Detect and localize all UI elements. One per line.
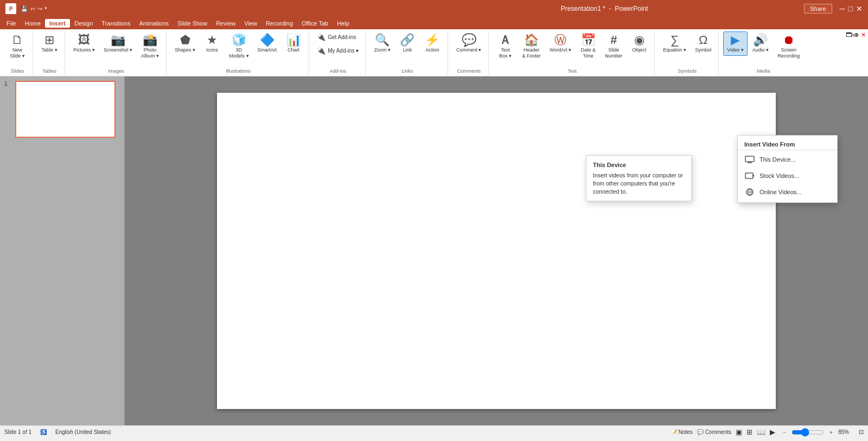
audio-button[interactable]: 🔊 Audio ▾	[749, 31, 773, 56]
ribbon-group-media: ▶ Video ▾ 🔊 Audio ▾ ⏺ ScreenRecording Me…	[720, 31, 807, 75]
status-right: 📝 Notes 💬 Comments ▣ ⊞ 📖 ▶ － ＋ 85% ⊡	[671, 428, 864, 437]
fit-slide-button[interactable]: ⊡	[859, 429, 864, 436]
title-bar-right: Share ─ □ ✕	[804, 4, 863, 14]
slide-thumbnail[interactable]	[15, 81, 116, 138]
menu-home[interactable]: Home	[21, 19, 45, 28]
normal-view-icon[interactable]: 🗖	[846, 31, 852, 39]
svg-rect-0	[745, 156, 754, 162]
wordart-icon: Ⓦ	[554, 34, 566, 46]
quick-access-save[interactable]: 💾	[21, 5, 28, 12]
images-items: 🖼 Pictures ▾ 📷 Screenshot ▾ 📸 PhotoAlbum…	[69, 31, 163, 67]
ribbon-group-slides: 🗋 NewSlide ▾ Slides	[2, 31, 33, 75]
zoom-level-label[interactable]: 85%	[838, 429, 854, 435]
menu-officetab[interactable]: Office Tab	[297, 19, 333, 28]
date-time-icon: 📅	[581, 34, 596, 46]
menu-review[interactable]: Review	[212, 19, 240, 28]
expand-view-icon[interactable]: ⊕	[854, 31, 859, 39]
shapes-button[interactable]: ⬟ Shapes ▾	[171, 31, 199, 56]
comments-group-label: Comments	[452, 67, 486, 75]
text-group-label: Text	[493, 67, 651, 75]
screenshot-button[interactable]: 📷 Screenshot ▾	[100, 31, 136, 56]
slide-sorter-button[interactable]: ⊞	[746, 428, 752, 436]
3d-models-button[interactable]: 🧊 3DModels ▾	[225, 31, 253, 62]
new-slide-button[interactable]: 🗋 NewSlide ▾	[5, 31, 29, 62]
dropdown-item-this-device[interactable]: This Device...	[738, 151, 837, 168]
notes-button[interactable]: 📝 Notes	[671, 429, 693, 435]
accessibility-icon[interactable]: ♿	[40, 429, 47, 435]
date-time-button[interactable]: 📅 Date &Time	[576, 31, 600, 62]
smartart-button[interactable]: 🔷 SmartArt	[254, 31, 281, 56]
screen-recording-button[interactable]: ⏺ ScreenRecording	[774, 31, 803, 62]
reading-view-button[interactable]: 📖	[757, 428, 765, 436]
equation-button[interactable]: ∑ Equation ▾	[659, 31, 690, 56]
close-button[interactable]: ✕	[856, 4, 863, 13]
pictures-button[interactable]: 🖼 Pictures ▾	[69, 31, 99, 56]
addins-items: 🔌 Get Add-ins 🔌 My Add-ins ▾	[314, 31, 362, 67]
restore-button[interactable]: □	[848, 4, 853, 13]
slideshow-button[interactable]: ▶	[770, 428, 775, 436]
share-button[interactable]: Share	[804, 4, 832, 14]
zoom-in-button[interactable]: ＋	[828, 429, 834, 436]
menu-slideshow[interactable]: Slide Show	[173, 19, 212, 28]
language-label[interactable]: English (United States)	[55, 429, 111, 435]
symbol-button[interactable]: Ω Symbol	[691, 31, 715, 56]
minimize-button[interactable]: ─	[840, 4, 845, 13]
main-area: This Device Insert videos from your comp…	[125, 76, 868, 425]
comments-button[interactable]: 💬 Comments	[697, 429, 731, 435]
zoom-button[interactable]: 🔍 Zoom ▾	[370, 31, 394, 56]
ribbon-group-links: 🔍 Zoom ▾ 🔗 Link ⚡ Action Links	[367, 31, 448, 75]
slide-number-button[interactable]: # SlideNumber	[601, 31, 626, 62]
video-button[interactable]: ▶ Video ▾	[723, 31, 747, 56]
comment-button[interactable]: 💬 Comment ▾	[452, 31, 486, 56]
addins-group-label: Add-ins	[314, 67, 362, 75]
title-bar-left: P 💾 ↩ ↪ ▾	[5, 3, 405, 14]
zoom-slider[interactable]	[792, 428, 824, 437]
title-bar: P 💾 ↩ ↪ ▾ Presentation1 * - PowerPoint S…	[0, 0, 868, 17]
get-addins-button[interactable]: 🔌 Get Add-ins	[314, 31, 359, 43]
status-bar: Slide 1 of 1 ♿ English (United States) 📝…	[0, 425, 868, 438]
menu-help[interactable]: Help	[333, 19, 354, 28]
header-footer-icon: 🏠	[524, 34, 539, 46]
slides-group-label: Slides	[5, 67, 29, 75]
header-footer-button[interactable]: 🏠 Header& Footer	[518, 31, 545, 62]
comment-icon: 💬	[462, 34, 476, 46]
chart-button[interactable]: 📊 Chart	[282, 31, 305, 56]
menu-design[interactable]: Design	[70, 19, 97, 28]
dropdown-item-online-videos[interactable]: Online Videos...	[738, 184, 837, 200]
menu-transitions[interactable]: Transitions	[97, 19, 135, 28]
zoom-out-button[interactable]: －	[782, 429, 787, 436]
slide-canvas[interactable]	[217, 93, 776, 409]
links-group-label: Links	[370, 67, 444, 75]
textbox-button[interactable]: Ａ TextBox ▾	[493, 31, 517, 62]
quick-access-undo[interactable]: ↩	[30, 5, 35, 12]
ribbon-group-symbols: ∑ Equation ▾ Ω Symbol Symbols	[656, 31, 719, 75]
link-button[interactable]: 🔗 Link	[395, 31, 419, 56]
icons-button[interactable]: ★ Icons	[200, 31, 224, 56]
ribbon-group-text: Ａ TextBox ▾ 🏠 Header& Footer Ⓦ WordArt ▾…	[490, 31, 655, 75]
app-logo: P	[5, 3, 16, 14]
quick-access-redo[interactable]: ↪	[37, 5, 42, 12]
media-group-label: Media	[723, 67, 803, 75]
symbols-items: ∑ Equation ▾ Ω Symbol	[659, 31, 715, 67]
menu-insert[interactable]: Insert	[45, 19, 70, 28]
quick-access-more[interactable]: ▾	[44, 5, 47, 12]
photo-album-button[interactable]: 📸 PhotoAlbum ▾	[137, 31, 163, 62]
menu-view[interactable]: View	[240, 19, 261, 28]
normal-view-button[interactable]: ▣	[736, 428, 742, 436]
video-icon: ▶	[731, 34, 740, 46]
my-addins-button[interactable]: 🔌 My Add-ins ▾	[314, 45, 362, 56]
new-slide-icon: 🗋	[11, 34, 23, 46]
close-ribbon-icon[interactable]: ✕	[861, 31, 866, 39]
dropdown-item-stock-videos[interactable]: Stock Videos...	[738, 168, 837, 184]
action-button[interactable]: ⚡ Action	[420, 31, 444, 56]
menu-recording[interactable]: Recording	[261, 19, 297, 28]
get-addins-icon: 🔌	[317, 33, 326, 41]
menu-animations[interactable]: Animations	[135, 19, 173, 28]
menu-file[interactable]: File	[2, 19, 21, 28]
tables-items: ⊞ Table ▾	[37, 31, 61, 67]
table-button[interactable]: ⊞ Table ▾	[37, 31, 61, 56]
stock-videos-icon	[744, 170, 755, 181]
tooltip-panel: This Device Insert videos from your comp…	[586, 155, 692, 201]
wordart-button[interactable]: Ⓦ WordArt ▾	[546, 31, 575, 56]
object-button[interactable]: ◉ Object	[627, 31, 651, 56]
